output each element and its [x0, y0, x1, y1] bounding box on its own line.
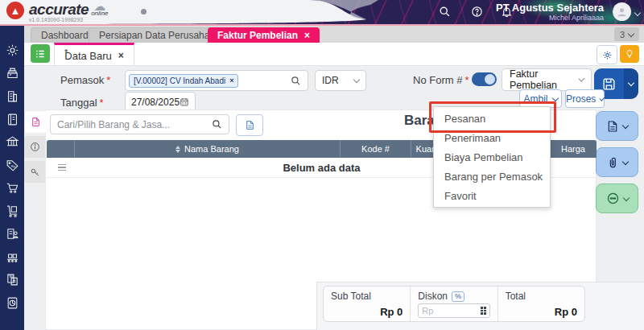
doc-tab-data-baru[interactable]: *Data Baru ×: [54, 43, 134, 65]
more-options-icon: [606, 192, 620, 205]
total-section: Total Rp 0: [497, 287, 584, 321]
menu-item-barang-per-pemasok[interactable]: Barang per Pemasok: [434, 167, 550, 186]
items-side-tab-approval[interactable]: [24, 161, 45, 183]
calendar-icon[interactable]: [180, 97, 189, 107]
tab-faktur-pembelian[interactable]: Faktur Pembelian ×: [208, 27, 320, 43]
sidebar-item-purchases-icon[interactable]: [6, 204, 19, 218]
currency-select[interactable]: IDR: [315, 70, 366, 91]
tanggal-value: 27/08/2025: [131, 97, 180, 108]
account-info[interactable]: PT Agustus Sejahtera Michel Apriliaaaa: [496, 2, 604, 22]
user-name: Michel Apriliaaaa: [496, 14, 604, 22]
pemasok-label: Pemasok*: [60, 74, 110, 86]
subtotal-label: Sub Total: [331, 291, 402, 302]
ambil-label: Ambil: [523, 93, 547, 105]
proses-label: Proses: [566, 93, 596, 105]
column-nama-barang[interactable]: Nama Barang: [74, 140, 340, 158]
column-kode[interactable]: Kode #: [340, 140, 411, 158]
total-value: Rp 0: [506, 306, 577, 318]
svg-text:TAX: TAX: [8, 275, 14, 278]
sidebar-item-cash-bank-icon[interactable]: [6, 135, 19, 149]
form-type-value: Faktur Pembelian: [510, 68, 580, 91]
close-doc-icon[interactable]: ×: [118, 50, 124, 61]
chevron-down-icon: [628, 30, 634, 36]
column-harga[interactable]: Harga: [549, 140, 597, 158]
search-icon[interactable]: [439, 6, 451, 18]
sidebar-item-manufacture-icon[interactable]: [6, 250, 19, 264]
accurate-online-app: ▲ accurate ☁ online v1.0.1#3090-1998293: [0, 0, 644, 330]
save-options-chevron-icon[interactable]: [628, 80, 634, 86]
sidebar-item-inventory-icon[interactable]: Rp: [6, 159, 19, 172]
tab-label: Dashboard: [41, 30, 89, 41]
tab-overflow-dropdown[interactable]: 3: [614, 27, 639, 41]
item-search-input[interactable]: Cari/Pilih Barang & Jasa...: [50, 114, 229, 134]
memo-button[interactable]: [596, 111, 638, 141]
info-icon: [30, 142, 40, 152]
diskon-placeholder: Rp: [422, 306, 433, 316]
list-view-button[interactable]: [31, 44, 50, 63]
required-marker: *: [106, 74, 110, 86]
accurate-logo-icon: ▲: [6, 2, 24, 19]
items-side-tab-detail[interactable]: [24, 111, 46, 133]
sidebar-item-company-icon[interactable]: [6, 89, 19, 103]
noform-label: No Form #*: [413, 74, 469, 86]
chevron-down-icon: [622, 122, 629, 128]
sidebar-item-journal-icon[interactable]: [6, 113, 19, 126]
avatar[interactable]: [613, 2, 631, 21]
menu-item-pesanan[interactable]: Pesanan: [434, 109, 550, 128]
menu-item-favorit[interactable]: Favorit: [434, 186, 550, 205]
percent-badge[interactable]: %: [452, 291, 464, 302]
vendor-tag[interactable]: [V.00002] CV Indah Abadi ×: [129, 74, 238, 88]
tanggal-label: Tanggal*: [60, 97, 104, 109]
module-sidebar: Rp TAX: [0, 26, 24, 330]
form-type-select[interactable]: Faktur Pembelian: [502, 68, 592, 91]
brand-name: accurate: [29, 2, 89, 17]
sidebar-item-cash-register-icon[interactable]: [6, 67, 19, 80]
divider: [316, 282, 644, 283]
version-text: v1.0.1#3090-1998293: [29, 17, 109, 23]
close-tab-icon[interactable]: ×: [304, 30, 310, 41]
chevron-down-icon: [622, 194, 629, 200]
keypad-icon[interactable]: [481, 307, 486, 315]
noform-toggle[interactable]: [472, 72, 497, 86]
drag-handle-icon[interactable]: [58, 164, 66, 171]
collapse-dot[interactable]: [141, 9, 147, 14]
diskon-input[interactable]: Rp: [418, 303, 489, 318]
sidebar-item-reports-icon[interactable]: [6, 296, 19, 310]
search-icon: [212, 119, 222, 130]
document-icon: [606, 120, 619, 133]
new-item-button[interactable]: [236, 114, 263, 136]
brand-logo: ▲ accurate ☁ online v1.0.1#3090-1998293: [6, 2, 109, 23]
company-name: PT Agustus Sejahtera: [496, 2, 604, 14]
chevron-down-icon: [353, 76, 360, 83]
sidebar-item-sales-icon[interactable]: [6, 181, 19, 195]
tips-lightbulb-button[interactable]: [620, 45, 639, 63]
menu-item-biaya-pembelian[interactable]: Biaya Pembelian: [434, 147, 550, 167]
proses-button[interactable]: Proses: [565, 89, 605, 108]
sidebar-item-contacts-icon[interactable]: [6, 227, 19, 241]
currency-value: IDR: [322, 75, 339, 86]
items-side-tab-info[interactable]: [24, 136, 45, 158]
subtotal-section: Sub Total Rp 0: [324, 287, 410, 321]
menu-item-penerimaan[interactable]: Penerimaan: [434, 128, 550, 147]
sort-icon[interactable]: [175, 146, 180, 153]
item-search-placeholder: Cari/Pilih Barang & Jasa...: [57, 119, 170, 130]
required-marker: *: [100, 97, 104, 109]
ambil-button[interactable]: Ambil: [519, 89, 562, 108]
form-settings-button[interactable]: [597, 45, 617, 64]
required-marker: *: [464, 74, 469, 86]
attachment-button[interactable]: [596, 147, 638, 177]
key-icon: [30, 167, 40, 177]
top-header-bar: ▲ accurate ☁ online v1.0.1#3090-1998293: [0, 0, 644, 26]
pemasok-field[interactable]: [V.00002] CV Indah Abadi ×: [125, 70, 308, 91]
doc-tab-label: Data Baru: [64, 51, 112, 63]
total-label: Total: [506, 291, 577, 302]
svg-text:Rp: Rp: [11, 164, 15, 168]
help-icon[interactable]: [471, 6, 483, 18]
chevron-down-icon: [551, 94, 558, 101]
remove-vendor-icon[interactable]: ×: [229, 76, 233, 85]
sidebar-item-settings-icon[interactable]: [6, 43, 19, 57]
tab-count: 3: [620, 30, 625, 39]
more-actions-button[interactable]: [596, 184, 638, 213]
sidebar-item-tax-icon[interactable]: TAX: [6, 273, 19, 287]
tab-label: Faktur Pembelian: [217, 30, 298, 41]
